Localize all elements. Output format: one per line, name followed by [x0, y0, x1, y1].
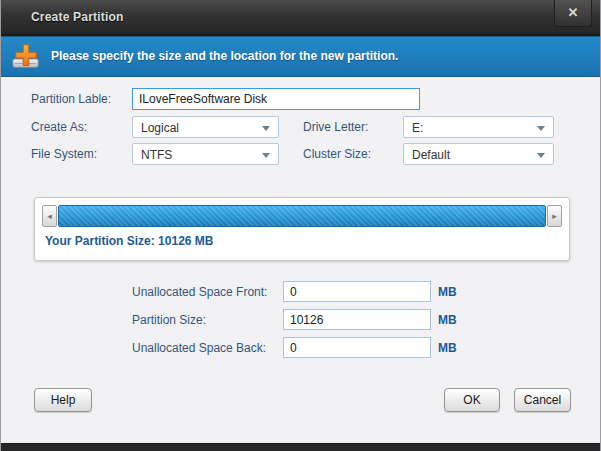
add-partition-icon: [11, 42, 41, 72]
slider-right-arrow-button[interactable]: ▸: [547, 205, 562, 227]
unallocated-back-label: Unallocated Space Back:: [132, 341, 266, 355]
chevron-down-icon: [262, 126, 270, 131]
partition-size-slider-panel: ◂ ▸ Your Partition Size: 10126 MB: [34, 197, 570, 261]
file-system-dropdown[interactable]: NTFS: [132, 143, 279, 165]
partition-size-slider-track[interactable]: [58, 205, 546, 227]
close-button[interactable]: ✕: [554, 0, 592, 27]
arrow-right-icon: ▸: [552, 211, 557, 221]
banner: Please specify the size and the location…: [1, 36, 600, 77]
banner-message: Please specify the size and the location…: [51, 37, 398, 76]
chevron-down-icon: [537, 126, 545, 131]
titlebar[interactable]: Create Partition ✕: [1, 0, 600, 36]
unallocated-front-unit: MB: [438, 285, 457, 299]
close-icon: ✕: [568, 5, 579, 20]
arrow-left-icon: ◂: [47, 211, 52, 221]
chevron-down-icon: [262, 153, 270, 158]
file-system-value: NTFS: [141, 148, 172, 162]
ok-button[interactable]: OK: [444, 388, 500, 412]
cancel-button[interactable]: Cancel: [514, 388, 571, 412]
file-system-label: File System:: [31, 147, 97, 161]
unallocated-back-unit: MB: [438, 341, 457, 355]
window-title: Create Partition: [31, 10, 124, 24]
cluster-size-dropdown[interactable]: Default: [403, 143, 554, 165]
partition-label-input[interactable]: [132, 88, 420, 110]
create-as-dropdown[interactable]: Logical: [132, 116, 279, 138]
cluster-size-value: Default: [412, 148, 450, 162]
partition-size-summary: Your Partition Size: 10126 MB: [45, 234, 214, 248]
help-button[interactable]: Help: [34, 388, 92, 412]
chevron-down-icon: [537, 153, 545, 158]
partition-size-unit: MB: [438, 313, 457, 327]
create-partition-dialog: Create Partition ✕ Please specify the si…: [0, 0, 601, 451]
drive-letter-label: Drive Letter:: [303, 120, 368, 134]
partition-size-label: Partition Size:: [132, 313, 206, 327]
unallocated-front-label: Unallocated Space Front:: [132, 285, 267, 299]
slider-left-arrow-button[interactable]: ◂: [42, 205, 57, 227]
window-bottom-frame: [1, 443, 600, 451]
create-as-value: Logical: [141, 121, 179, 135]
unallocated-front-input[interactable]: [283, 281, 431, 302]
partition-size-input[interactable]: [283, 309, 431, 330]
drive-letter-value: E:: [412, 121, 423, 135]
partition-label-label: Partition Lable:: [31, 92, 111, 106]
create-as-label: Create As:: [31, 120, 87, 134]
cluster-size-label: Cluster Size:: [303, 147, 371, 161]
unallocated-back-input[interactable]: [283, 337, 431, 358]
drive-letter-dropdown[interactable]: E:: [403, 116, 554, 138]
